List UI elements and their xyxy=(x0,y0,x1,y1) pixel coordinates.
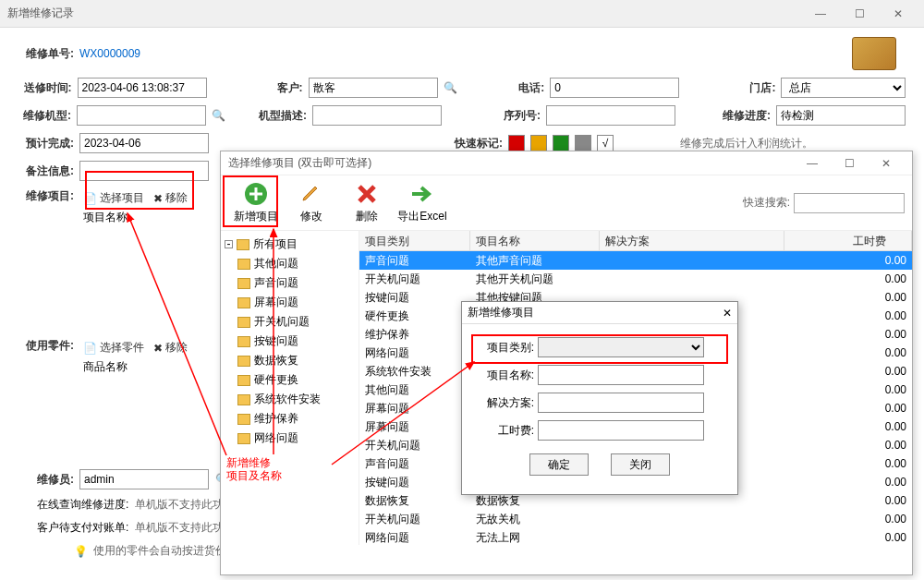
pay-value: 单机版不支持此功 xyxy=(135,520,224,536)
table-row[interactable]: 网络问题无法上网0.00 xyxy=(359,528,912,545)
progress-label: 维修进度: xyxy=(722,108,771,124)
serial-label: 序列号: xyxy=(492,108,541,124)
parts-label: 使用零件: xyxy=(18,338,74,354)
tree-item[interactable]: 网络问题 xyxy=(225,429,355,448)
annotation-box-1 xyxy=(85,171,194,210)
model-input[interactable] xyxy=(77,105,206,126)
export-button[interactable]: 导出Excel xyxy=(395,177,450,229)
fee-input[interactable] xyxy=(538,420,704,441)
tree-item[interactable]: 硬件更换 xyxy=(225,370,355,390)
tree-item[interactable]: 数据恢复 xyxy=(225,351,355,370)
name-label: 项目名称: xyxy=(475,368,534,383)
close-button[interactable]: ✕ xyxy=(880,3,917,25)
mark-red[interactable] xyxy=(508,135,525,151)
mark-gray[interactable] xyxy=(575,135,591,151)
tech-input[interactable] xyxy=(79,469,209,489)
eta-input[interactable] xyxy=(79,133,209,153)
remark-label: 备注信息: xyxy=(18,163,74,179)
serial-input[interactable] xyxy=(546,105,675,126)
folder-icon xyxy=(237,356,250,367)
mark-orange[interactable] xyxy=(530,135,547,151)
tree-item[interactable]: 维护保养 xyxy=(225,409,355,429)
folder-icon xyxy=(237,336,250,347)
folder-icon xyxy=(237,414,250,425)
minimize-button[interactable]: — xyxy=(802,3,839,25)
table-row[interactable]: 声音问题其他声音问题0.00 xyxy=(359,251,912,270)
tree-item[interactable]: 其他问题 xyxy=(225,254,355,273)
folder-icon xyxy=(237,375,250,386)
itemname-header: 项目名称 xyxy=(79,208,191,227)
tel-label: 电话: xyxy=(495,80,545,96)
mini-title: 新增维修项目 xyxy=(468,305,534,320)
annotation-box-3 xyxy=(471,334,728,364)
online-label: 在线查询维修进度: xyxy=(37,497,129,513)
online-value: 单机版不支持此功 xyxy=(135,497,224,513)
col-category[interactable]: 项目类别 xyxy=(359,231,470,250)
folder-icon xyxy=(237,239,249,250)
window-titlebar: 新增维修记录 — ☐ ✕ xyxy=(0,0,924,28)
cancel-button[interactable]: 关闭 xyxy=(611,453,670,476)
search-icon[interactable]: 🔍 xyxy=(212,107,225,124)
maximize-button[interactable]: ☐ xyxy=(841,3,878,25)
window-title: 新增维修记录 xyxy=(7,6,802,21)
sol-label: 解决方案: xyxy=(475,395,534,411)
orderno-label: 维修单号: xyxy=(18,46,74,62)
search-icon[interactable]: 🔍 xyxy=(444,79,457,96)
fee-label: 工时费: xyxy=(475,423,534,439)
folder-icon xyxy=(237,297,250,308)
dialog-maximize[interactable]: ☐ xyxy=(831,152,868,175)
folder-icon xyxy=(237,278,250,289)
folder-icon xyxy=(237,433,250,444)
tel-input[interactable] xyxy=(550,78,679,98)
col-name[interactable]: 项目名称 xyxy=(470,231,600,250)
tree-item[interactable]: 按键问题 xyxy=(225,332,355,351)
category-tree[interactable]: - 所有项目 其他问题 声音问题 屏幕问题 开关机问题 按键问题 数据恢复 硬件… xyxy=(221,231,359,545)
tree-item[interactable]: 屏幕问题 xyxy=(225,293,355,312)
dialog-close[interactable]: ✕ xyxy=(868,152,905,175)
table-row[interactable]: 开关机问题无故关机0.00 xyxy=(359,510,912,528)
arrow-right-icon xyxy=(409,181,435,207)
mark-check[interactable]: √ xyxy=(597,135,614,151)
repairitems-label: 维修项目: xyxy=(18,188,74,204)
dialog-minimize[interactable]: — xyxy=(794,152,831,175)
modeldesc-label: 机型描述: xyxy=(258,108,307,124)
mini-close-button[interactable]: ✕ xyxy=(723,307,732,320)
folder-icon xyxy=(237,394,250,405)
tree-item[interactable]: 系统软件安装 xyxy=(225,390,355,409)
quicksearch-input[interactable] xyxy=(794,193,905,213)
tip-text: 使用的零件会自动按进货价 xyxy=(93,543,226,559)
table-row[interactable]: 开关机问题其他开关机问题0.00 xyxy=(359,270,912,288)
delete-button[interactable]: 删除 xyxy=(339,177,395,229)
customer-label: 客户: xyxy=(253,80,303,96)
edit-button[interactable]: 修改 xyxy=(284,177,339,229)
mark-green[interactable] xyxy=(553,135,569,151)
sendtime-label: 送修时间: xyxy=(18,80,72,96)
remove-part-button[interactable]: ✖ 移除 xyxy=(153,340,188,356)
progress-input[interactable] xyxy=(776,105,906,126)
model-label: 维修机型: xyxy=(18,108,71,124)
store-label: 门店: xyxy=(726,80,776,96)
orderno-value: WX0000009 xyxy=(79,47,140,60)
modeldesc-input[interactable] xyxy=(312,105,442,126)
solution-input[interactable] xyxy=(538,393,704,413)
name-input[interactable] xyxy=(538,365,704,385)
add-repair-item-dialog: 新增维修项目 ✕ 项目类别: 项目名称: 解决方案: 工时费: 确定 关闭 xyxy=(461,301,738,495)
col-fee[interactable]: 工时费 xyxy=(847,231,912,250)
col-solution[interactable]: 解决方案 xyxy=(600,231,784,250)
store-select[interactable]: 总店 xyxy=(781,78,906,98)
bulb-icon: 💡 xyxy=(74,545,88,558)
sendtime-input[interactable] xyxy=(78,78,207,98)
pencil-icon xyxy=(298,181,324,207)
annotation-box-2 xyxy=(223,175,278,227)
toolbox-icon xyxy=(852,37,896,70)
partname-header: 商品名称 xyxy=(79,357,191,377)
minus-icon[interactable]: - xyxy=(225,240,233,248)
tree-item[interactable]: 开关机问题 xyxy=(225,312,355,332)
folder-icon xyxy=(237,317,250,328)
annotation-text: 新增维修 项目及名称 xyxy=(226,456,282,483)
ok-button[interactable]: 确定 xyxy=(529,453,589,476)
x-icon xyxy=(354,181,380,207)
customer-input[interactable] xyxy=(309,78,438,98)
select-part-button[interactable]: 📄 选择零件 xyxy=(83,340,144,356)
tree-item[interactable]: 声音问题 xyxy=(225,273,355,293)
